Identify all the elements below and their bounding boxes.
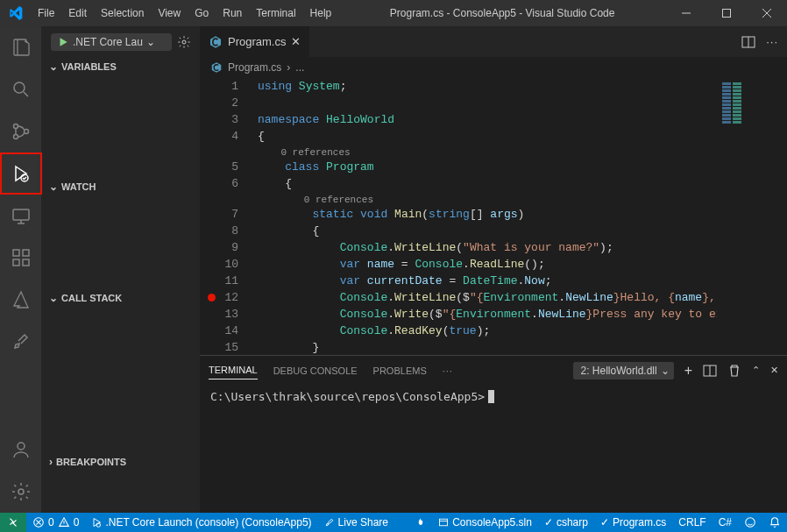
activity-azure[interactable] [0,279,42,321]
window-maximize-button[interactable] [706,0,747,26]
code-line[interactable]: } [258,339,717,355]
menu-go[interactable]: Go [188,0,216,26]
sb-lsp[interactable]: ✓ csharp [538,513,594,532]
panel-tab-debug-console[interactable]: DEBUG CONSOLE [273,362,358,379]
sb-bell-icon[interactable] [762,513,787,532]
csharp-file-icon [210,61,223,74]
terminal-body[interactable]: C:\Users\thrak\source\repos\ConsoleApp5> [200,385,787,513]
line-number[interactable]: 3 [200,111,238,128]
trash-icon[interactable] [727,364,741,378]
panel-tab-terminal[interactable]: TERMINAL [209,361,258,379]
line-number[interactable]: 13 [200,306,238,323]
line-number[interactable]: 2 [200,95,238,111]
activity-explorer[interactable] [0,26,42,68]
menu-edit[interactable]: Edit [61,0,94,26]
menu-file[interactable]: File [31,0,61,26]
debug-config-select[interactable]: .NET Core Lau ⌄ [51,33,172,51]
code-line[interactable]: namespace HelloWorld [258,111,717,128]
activity-settings[interactable] [0,471,42,513]
activity-liveshare[interactable] [0,321,42,363]
more-icon[interactable]: ··· [443,365,453,376]
csharp-file-icon [209,35,223,49]
section-breakpoints[interactable]: ›Breakpoints [42,452,200,472]
sb-flame[interactable] [409,513,432,532]
code-line[interactable]: Console.Write($"{Environment.NewLine}Pre… [258,306,717,323]
chevron-down-icon: ⌄ [49,181,58,193]
codelens[interactable]: 0 references [258,145,717,159]
tab-program-cs[interactable]: Program.cs ✕ [200,26,310,57]
code-line[interactable]: Console.WriteLine("What is your name?"); [258,239,717,256]
code-line[interactable]: var currentDate = DateTime.Now; [258,273,717,289]
more-icon[interactable]: ··· [766,35,778,49]
sb-eol[interactable]: CRLF [672,513,712,532]
code-line[interactable]: var name = Console.ReadLine(); [258,256,717,273]
menu-selection[interactable]: Selection [94,0,151,26]
code-line[interactable]: Console.ReadKey(true); [258,323,717,339]
panel-tab-problems[interactable]: PROBLEMS [373,362,427,379]
vscode-logo-icon [0,6,31,20]
close-panel-icon[interactable]: ✕ [770,365,778,376]
section-variables[interactable]: ⌄Variables [42,57,200,76]
new-terminal-icon[interactable]: + [684,363,692,379]
line-number[interactable]: 12 [200,289,238,306]
window-minimize-button[interactable] [666,0,706,26]
code-line[interactable]: static void Main(string[] args) [258,206,717,223]
section-callstack[interactable]: ⌄Call Stack [42,288,200,308]
line-number[interactable]: 9 [200,239,238,256]
code-line[interactable]: { [258,175,717,192]
activity-run-debug[interactable] [0,153,42,195]
activity-search[interactable] [0,68,42,110]
window-close-button[interactable] [747,0,787,26]
codelens[interactable]: 0 references [258,192,717,206]
code-line[interactable]: { [258,223,717,239]
menu-help[interactable]: Help [303,0,339,26]
line-number[interactable]: 4 [200,128,238,145]
code-line[interactable]: class Program [258,159,717,175]
tab-close-icon[interactable]: ✕ [291,35,301,48]
menu-view[interactable]: View [151,0,188,26]
terminal-select[interactable]: 2: HelloWorld.dll ⌄ [573,362,674,379]
line-number[interactable]: 10 [200,256,238,273]
sb-lang[interactable]: C# [713,513,738,532]
line-number[interactable]: 6 [200,175,238,192]
line-number[interactable]: 1 [200,78,238,95]
code-editor[interactable]: 123456789101112131415 using System;names… [200,78,717,355]
check-icon: ✓ [600,516,609,528]
line-number[interactable]: 5 [200,159,238,175]
remote-button[interactable] [0,513,26,532]
line-number[interactable]: 14 [200,323,238,339]
minimap[interactable] [717,78,787,355]
sb-feedback-icon[interactable] [738,513,762,532]
bottom-panel: TERMINAL DEBUG CONSOLE PROBLEMS ··· 2: H… [200,355,787,513]
sb-liveshare[interactable]: Live Share [318,513,394,532]
breakpoint-icon[interactable] [208,294,216,301]
menu-run[interactable]: Run [216,0,249,26]
code-line[interactable]: using System; [258,78,717,95]
sb-file[interactable]: ✓ Program.cs [594,513,672,532]
chevron-down-icon: ⌄ [661,365,670,377]
svg-point-4 [25,130,29,134]
section-watch[interactable]: ⌄Watch [42,177,200,196]
line-number[interactable]: 15 [200,339,238,355]
sb-solution[interactable]: ConsoleApp5.sln [432,513,538,532]
activity-extensions[interactable] [0,237,42,279]
gear-icon[interactable] [177,35,191,49]
menu-bar: File Edit Selection View Go Run Terminal… [31,0,338,26]
sb-launch-config[interactable]: .NET Core Launch (console) (ConsoleApp5) [85,513,317,532]
line-number[interactable]: 11 [200,273,238,289]
line-number[interactable]: 7 [200,206,238,223]
svg-rect-6 [13,209,29,220]
code-line[interactable] [258,95,717,111]
code-line[interactable]: { [258,128,717,145]
activity-accounts[interactable] [0,429,42,471]
split-terminal-icon[interactable] [703,364,717,378]
split-editor-icon[interactable] [741,35,755,49]
activity-remote[interactable] [0,195,42,237]
menu-terminal[interactable]: Terminal [249,0,302,26]
activity-scm[interactable] [0,110,42,153]
chevron-up-icon[interactable]: ⌃ [752,365,760,376]
breadcrumb[interactable]: Program.cs › ... [200,57,787,78]
sb-errors-warnings[interactable]: 0 0 [26,513,85,532]
code-line[interactable]: Console.WriteLine($"{Environment.NewLine… [258,289,717,306]
line-number[interactable]: 8 [200,223,238,239]
